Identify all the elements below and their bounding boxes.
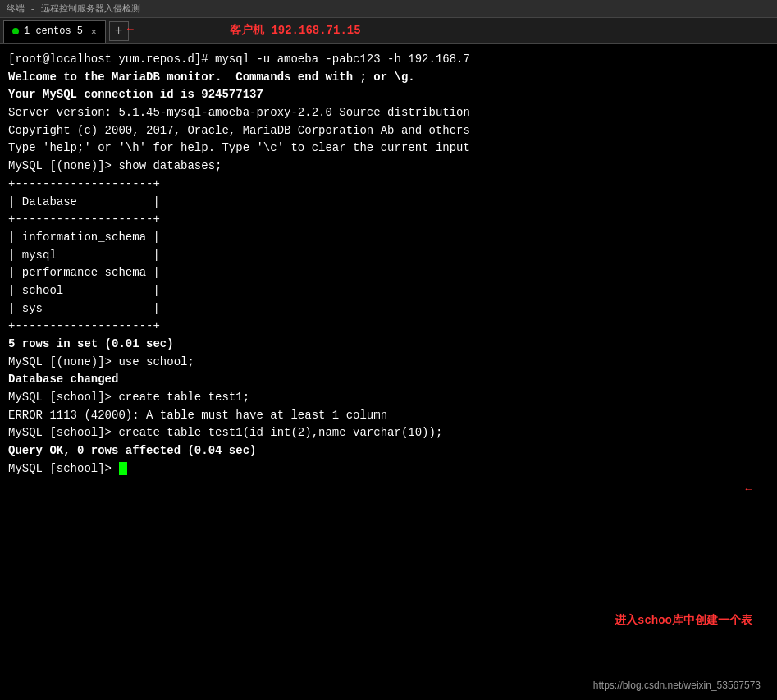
- terminal-line: | sys |: [8, 300, 769, 318]
- terminal-line: 5 rows in set (0.01 sec): [8, 336, 769, 354]
- client-ip-annotation: 客户机 192.168.71.15: [230, 23, 361, 38]
- terminal-line: MySQL [school]> create table test1;: [8, 389, 769, 407]
- terminal-line: MySQL [(none)]> use school;: [8, 354, 769, 372]
- terminal-line: Welcome to the MariaDB monitor. Commands…: [8, 69, 769, 87]
- terminal-line: [root@localhost yum.repos.d]# mysql -u a…: [8, 51, 769, 69]
- terminal-line: +--------------------+: [8, 211, 769, 229]
- title-text: 终端 - 远程控制服务器入侵检测: [7, 2, 140, 15]
- arrow-left-2-icon: ←: [746, 481, 752, 499]
- arrow-left-icon: ←: [127, 23, 134, 35]
- terminal-line: +--------------------+: [8, 176, 769, 194]
- tab-arrow-annotation: ←: [127, 23, 134, 35]
- terminal-line: | Database |: [8, 194, 769, 212]
- terminal-line: Your MySQL connection id is 924577137: [8, 86, 769, 104]
- terminal-line: MySQL [school]> create table test1(id in…: [8, 424, 769, 442]
- terminal-cursor: [119, 462, 127, 475]
- tab-status-dot: [12, 28, 19, 34]
- terminal-line: Type 'help;' or '\h' for help. Type '\c'…: [8, 140, 769, 158]
- use-school-annotation: ←: [746, 481, 752, 499]
- title-bar: 终端 - 远程控制服务器入侵检测: [0, 0, 777, 18]
- terminal-line: MySQL [(none)]> show databases;: [8, 158, 769, 176]
- terminal-line: | mysql |: [8, 247, 769, 265]
- tab-close-icon[interactable]: ✕: [91, 26, 97, 37]
- tab-label: 1 centos 5: [24, 25, 83, 37]
- terminal-line: Server version: 5.1.45-mysql-amoeba-prox…: [8, 104, 769, 122]
- terminal-line: Copyright (c) 2000, 2017, Oracle, MariaD…: [8, 122, 769, 140]
- tab-centos5[interactable]: 1 centos 5 ✕: [3, 20, 106, 43]
- terminal-line: | information_schema |: [8, 229, 769, 247]
- terminal-line: +--------------------+: [8, 318, 769, 336]
- terminal-line: | school |: [8, 282, 769, 300]
- create-table-annotation: 进入schoo库中创建一个表: [615, 612, 752, 630]
- terminal[interactable]: [root@localhost yum.repos.d]# mysql -u a…: [0, 44, 777, 700]
- terminal-line: MySQL [school]>: [8, 460, 769, 478]
- terminal-line: Query OK, 0 rows affected (0.04 sec): [8, 442, 769, 460]
- new-tab-button[interactable]: +: [109, 21, 129, 41]
- tab-bar: 1 centos 5 ✕ + ← 客户机 192.168.71.15: [0, 18, 777, 44]
- terminal-line: | performance_schema |: [8, 264, 769, 282]
- csdn-watermark: https://blog.csdn.net/weixin_53567573: [593, 678, 761, 693]
- terminal-line: Database changed: [8, 371, 769, 389]
- terminal-line: ERROR 1113 (42000): A table must have at…: [8, 407, 769, 425]
